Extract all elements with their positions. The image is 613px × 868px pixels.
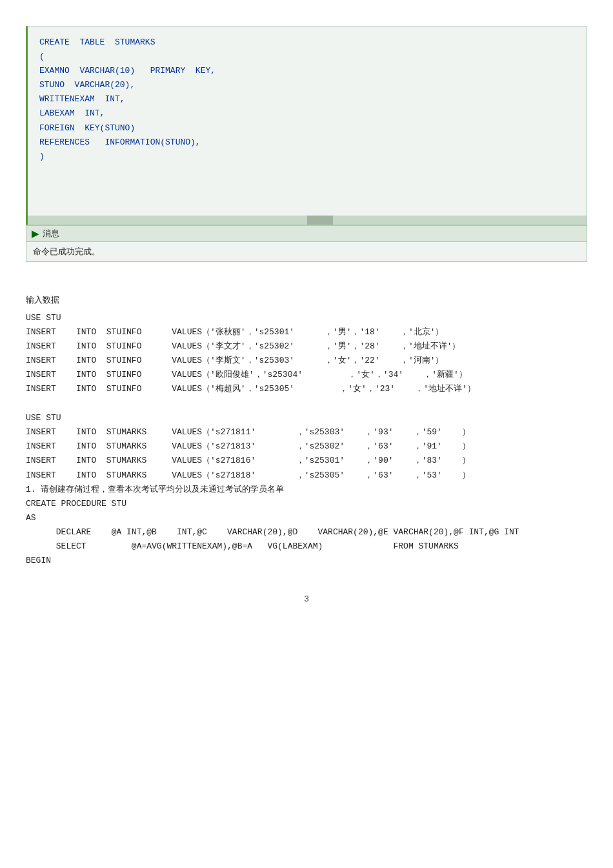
section-title: 输入数据 <box>26 294 587 306</box>
text-insert-4: INSERT INTO STUINFO VALUES（'欧阳俊雄'，'s2530… <box>26 368 587 382</box>
sql-line-4: STUNO VARCHAR(20), <box>39 78 575 92</box>
text-use-stu-2: USE STU <box>26 411 587 425</box>
message-panel: ▶ 消息 命令已成功完成。 <box>26 225 587 262</box>
text-create-proc: CREATE PROCEDURE STU <box>26 497 587 511</box>
page-container: CREATE TABLE STUMARKS ( EXAMNO VARCHAR(1… <box>0 0 613 868</box>
text-declare: DECLARE @A INT,@B INT,@C VARCHAR(20),@D … <box>26 525 587 540</box>
text-insert-3: INSERT INTO STUINFO VALUES（'李斯文'，'s25303… <box>26 354 587 368</box>
plain-text-block: USE STU INSERT INTO STUINFO VALUES（'张秋丽'… <box>26 311 587 568</box>
text-insert-9: INSERT INTO STUMARKS VALUES（'s271818' ，'… <box>26 469 587 483</box>
text-begin: BEGIN <box>26 554 587 568</box>
text-insert-8: INSERT INTO STUMARKS VALUES（'s271816' ，'… <box>26 454 587 468</box>
sql-line-6: LABEXAM INT, <box>39 106 575 121</box>
text-insert-5: INSERT INTO STUINFO VALUES（'梅超风'，'s25305… <box>26 382 587 396</box>
sql-editor-wrapper: CREATE TABLE STUMARKS ( EXAMNO VARCHAR(1… <box>26 26 587 262</box>
sql-line-8: REFERENCES INFORMATION(STUNO), <box>39 136 575 150</box>
section-below: 输入数据 USE STU INSERT INTO STUINFO VALUES（… <box>26 294 587 568</box>
text-as: AS <box>26 511 587 525</box>
text-select: SELECT @A=AVG(WRITTENEXAM),@B=A VG(LABEX… <box>26 540 587 554</box>
text-insert-2: INSERT INTO STUINFO VALUES（'李文才'，'s25302… <box>26 339 587 354</box>
message-text: 命令已成功完成。 <box>33 247 100 256</box>
message-header-text: 消息 <box>43 228 59 239</box>
sql-line-3: EXAMNO VARCHAR(10) PRIMARY KEY, <box>39 64 575 78</box>
sql-line-1: CREATE TABLE STUMARKS <box>39 35 575 50</box>
scrollbar-thumb[interactable] <box>307 216 333 225</box>
text-task-1: 1. 请创建存储过程，查看本次考试平均分以及未通过考试的学员名单 <box>26 483 587 497</box>
sql-line-7: FOREIGN KEY(STUNO) <box>39 121 575 136</box>
message-content: 命令已成功完成。 <box>26 242 587 261</box>
sql-line-5: WRITTENEXAM INT, <box>39 92 575 106</box>
sql-line-9: ) <box>39 150 575 164</box>
sql-editor-block: CREATE TABLE STUMARKS ( EXAMNO VARCHAR(1… <box>26 26 587 225</box>
text-use-stu-1: USE STU <box>26 311 587 325</box>
text-insert-1: INSERT INTO STUINFO VALUES（'张秋丽'，'s25301… <box>26 325 587 339</box>
horizontal-scrollbar[interactable] <box>28 216 587 225</box>
page-number: 3 <box>26 594 587 603</box>
sql-line-2: ( <box>39 50 575 64</box>
text-insert-7: INSERT INTO STUMARKS VALUES（'s271813' ，'… <box>26 439 587 454</box>
sql-editor-content: CREATE TABLE STUMARKS ( EXAMNO VARCHAR(1… <box>28 26 587 216</box>
message-panel-header: ▶ 消息 <box>26 226 587 242</box>
message-icon: ▶ <box>32 228 39 239</box>
text-insert-6: INSERT INTO STUMARKS VALUES（'s271811' ，'… <box>26 425 587 439</box>
